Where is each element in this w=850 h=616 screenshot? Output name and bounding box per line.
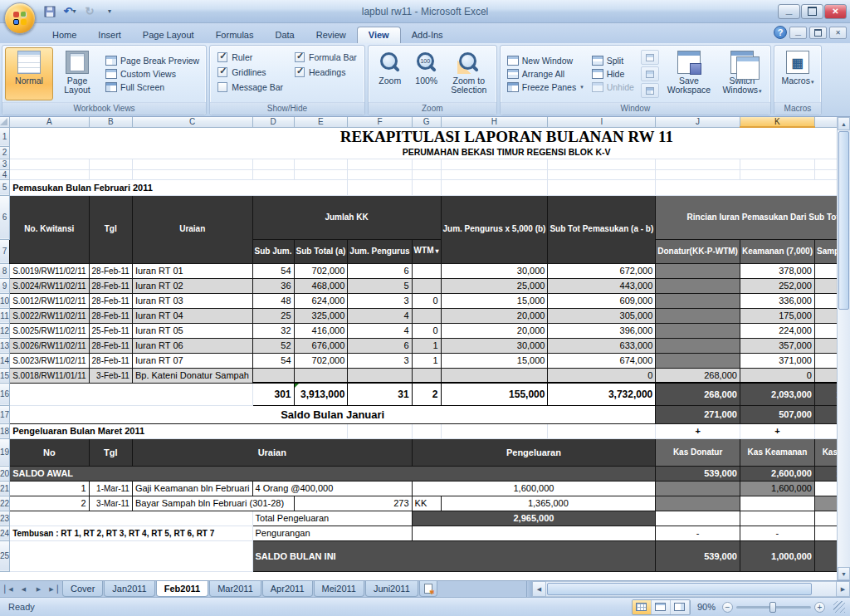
cell[interactable]: Kas Sampah — [814, 438, 837, 466]
cell[interactable]: Keamanan (7,000) — [740, 239, 814, 263]
cell[interactable]: 624,000 — [294, 293, 348, 308]
cell[interactable]: 4 — [348, 308, 412, 323]
cell[interactable]: + — [740, 423, 814, 438]
resize-grip[interactable] — [833, 601, 845, 613]
checkbox-headings[interactable]: Headings — [295, 67, 357, 77]
macros-button[interactable]: Macros▾ — [777, 47, 818, 100]
cell[interactable] — [548, 159, 656, 169]
cell[interactable]: Iuran RT 05 — [132, 323, 252, 338]
cell[interactable]: 252,000 — [740, 278, 814, 293]
unhide-button[interactable]: Unhide — [589, 81, 637, 93]
cell[interactable]: S.0025/RW11/02/11 — [10, 323, 89, 338]
column-header-E[interactable]: E — [294, 117, 348, 127]
cell[interactable]: 0 — [814, 368, 837, 383]
row-header-4[interactable]: 4 — [0, 169, 10, 179]
cell[interactable] — [10, 169, 89, 179]
cell[interactable]: - — [814, 526, 837, 540]
cell[interactable]: 2,093,000 — [740, 383, 814, 405]
tab-insert[interactable]: Insert — [87, 27, 132, 43]
cell[interactable]: 20,000 — [441, 308, 548, 323]
row-header-3[interactable]: 3 — [0, 159, 10, 169]
cell[interactable]: 1,600,000 — [740, 481, 814, 496]
cell[interactable] — [740, 169, 814, 179]
first-sheet-button[interactable]: ◀ — [2, 583, 16, 596]
row-header-17[interactable]: 17 — [0, 405, 10, 423]
cell[interactable] — [656, 159, 740, 169]
cell[interactable]: 273 — [294, 496, 412, 511]
cell[interactable] — [814, 169, 837, 179]
cell[interactable]: S.0024/RW11/02/11 — [10, 278, 89, 293]
cell[interactable]: 250,000 — [814, 353, 837, 368]
cell[interactable] — [814, 159, 837, 169]
cell[interactable]: 25 — [252, 308, 294, 323]
cell[interactable]: 702,000 — [294, 263, 348, 278]
cell[interactable]: 507,000 — [740, 405, 814, 423]
cell[interactable] — [441, 423, 548, 438]
cell[interactable] — [441, 368, 548, 383]
cell[interactable]: 305,000 — [548, 308, 656, 323]
column-header-A[interactable]: A — [10, 117, 89, 127]
cell[interactable]: 140,000 — [814, 323, 837, 338]
cell[interactable]: 3,913,000 — [294, 383, 348, 405]
minimize-button[interactable] — [778, 4, 800, 19]
cell[interactable] — [294, 169, 348, 179]
cell[interactable] — [814, 511, 837, 526]
horizontal-scroll-track[interactable] — [546, 581, 836, 597]
reset-window-position-button[interactable] — [641, 83, 659, 98]
cell[interactable]: Iuran RT 03 — [132, 293, 252, 308]
checkbox-message-bar[interactable]: Message Bar — [217, 82, 283, 92]
cell[interactable]: 224,000 — [740, 323, 814, 338]
cell[interactable] — [348, 169, 412, 179]
cell[interactable]: - — [656, 526, 740, 540]
column-header-I[interactable]: I — [548, 117, 656, 127]
cell[interactable]: 539,000 — [656, 540, 740, 571]
cell[interactable] — [656, 278, 740, 293]
cell[interactable]: 15,000 — [441, 353, 548, 368]
cell[interactable] — [10, 540, 252, 571]
cell[interactable] — [656, 496, 740, 511]
checkbox-gridlines[interactable]: Gridlines — [217, 67, 283, 77]
sheet-tab-juni2011[interactable]: Juni2011 — [365, 581, 418, 597]
view-side-by-side-button[interactable] — [641, 50, 659, 65]
cell[interactable] — [656, 353, 740, 368]
cell[interactable] — [132, 169, 252, 179]
cell[interactable]: Iuran RT 02 — [132, 278, 252, 293]
cell[interactable] — [348, 179, 412, 195]
normal-view-button[interactable]: Normal — [5, 47, 53, 100]
tab-split-handle[interactable] — [526, 581, 532, 597]
cell[interactable]: 0 — [814, 405, 837, 423]
cell[interactable] — [412, 179, 441, 195]
cell[interactable]: 54 — [252, 263, 294, 278]
scroll-left-button[interactable]: ◀ — [532, 581, 546, 597]
workbook-restore-button[interactable] — [809, 27, 827, 39]
cell[interactable] — [89, 159, 132, 169]
tab-data[interactable]: Data — [264, 27, 305, 43]
cell[interactable]: S.0018/RW11/01/11 — [10, 368, 89, 383]
cell[interactable]: 1-Mar-11 — [89, 481, 132, 496]
cell[interactable] — [294, 368, 348, 383]
vertical-scroll-track[interactable] — [838, 310, 850, 567]
cell[interactable]: Pengeluaran Bulan Maret 2011 — [10, 423, 348, 438]
cell[interactable]: 416,000 — [294, 323, 348, 338]
checkbox-formula-bar[interactable]: Formula Bar — [295, 52, 357, 62]
cell[interactable]: Sub Tot Pemasukan (a - b) — [548, 195, 656, 263]
cell[interactable]: 15,000 — [441, 293, 548, 308]
cell[interactable]: 609,000 — [548, 293, 656, 308]
cell[interactable]: 28-Feb-11 — [89, 353, 132, 368]
cell[interactable] — [10, 383, 252, 405]
cell[interactable]: 1,340,000 — [814, 466, 837, 481]
cell[interactable] — [412, 263, 441, 278]
cell[interactable]: 3-Mar-11 — [89, 496, 132, 511]
cell[interactable]: 0 — [740, 368, 814, 383]
select-all-corner[interactable] — [0, 117, 10, 127]
cell[interactable]: Uraian — [132, 195, 252, 263]
vertical-scrollbar[interactable] — [837, 117, 850, 580]
cell[interactable]: SALDO AWAL — [10, 466, 656, 481]
cell[interactable]: Gaji Keamanan bln Februari — [132, 481, 252, 496]
redo-button[interactable]: ↻ — [81, 4, 98, 19]
save-button[interactable] — [42, 4, 58, 19]
next-sheet-button[interactable]: ▶ — [32, 583, 46, 596]
row-header-5[interactable]: 5 — [0, 179, 10, 195]
cell[interactable]: Sub Jum. — [252, 239, 294, 263]
cell[interactable]: 28-Feb-11 — [89, 308, 132, 323]
